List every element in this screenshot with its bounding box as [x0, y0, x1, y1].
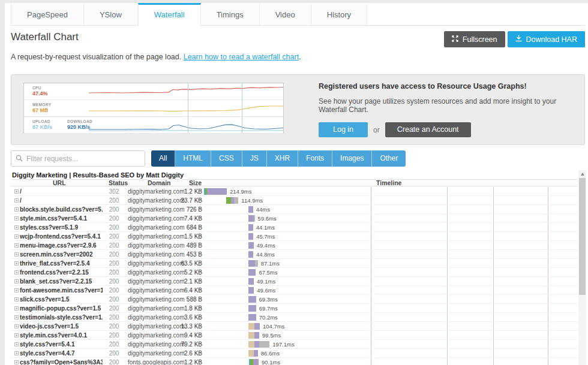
row-expander-icon[interactable]: +: [14, 351, 19, 355]
row-timeline-bar[interactable]: [248, 251, 253, 258]
table-row[interactable]: + font-awesome.min.css?ver=1.5 200 diggi…: [11, 286, 578, 295]
row-expander-icon[interactable]: +: [14, 207, 19, 212]
row-timeline-bar[interactable]: [249, 359, 259, 365]
filter-button-xhr[interactable]: XHR: [267, 150, 298, 167]
filter-button-other[interactable]: Other: [372, 150, 406, 167]
row-expander-icon[interactable]: +: [14, 198, 19, 203]
table-row[interactable]: + thrive_flat.css?ver=2.5.4 200 diggitym…: [11, 259, 578, 268]
table-row[interactable]: + video-js.css?ver=1.5 200 diggitymarket…: [11, 322, 578, 331]
table-row[interactable]: + styles.css?ver=5.1.9 200 diggitymarket…: [11, 223, 578, 232]
filter-button-js[interactable]: JS: [242, 150, 267, 167]
row-expander-icon[interactable]: +: [14, 288, 19, 292]
table-row[interactable]: + style.min.css?ver=5.4.1 200 diggitymar…: [11, 214, 578, 223]
row-timeline-bar[interactable]: [248, 341, 269, 348]
tab-yslow[interactable]: YSlow: [84, 3, 138, 25]
row-status: 200: [102, 340, 126, 349]
vertical-scrollbar[interactable]: [578, 170, 586, 365]
row-expander-icon[interactable]: +: [14, 225, 19, 230]
table-row[interactable]: + / 200 diggitymarketing.com 23.7 KB 114…: [11, 196, 578, 205]
or-label: or: [373, 126, 380, 134]
row-expander-icon[interactable]: +: [14, 324, 19, 328]
row-timeline-bar[interactable]: [248, 224, 253, 231]
row-status: 200: [102, 259, 126, 268]
row-timeline-bar[interactable]: [248, 215, 255, 222]
row-expander-icon[interactable]: +: [14, 189, 19, 194]
row-timeline-bar[interactable]: [204, 188, 227, 195]
tab-waterfall[interactable]: Waterfall: [138, 3, 201, 26]
filter-button-all[interactable]: All: [151, 150, 175, 167]
cpu-label: CPU: [32, 86, 48, 90]
table-row[interactable]: + magnific-popup.css?ver=1.5 200 diggity…: [11, 304, 578, 313]
memory-sparkline: [89, 100, 283, 117]
table-row[interactable]: + css?family=Open+Sans%3A300... 200 font…: [11, 358, 578, 365]
table-row[interactable]: + style.min.css?ver=4.0.1 200 diggitymar…: [11, 331, 578, 340]
row-expander-icon[interactable]: +: [14, 342, 19, 346]
row-expander-icon[interactable]: +: [14, 297, 19, 301]
row-timeline-bar[interactable]: [248, 278, 254, 285]
tab-pagespeed[interactable]: PageSpeed: [11, 3, 84, 25]
waterfall-help-link[interactable]: Learn how to read a waterfall chart: [184, 53, 299, 61]
scrollbar-thumb[interactable]: [579, 178, 586, 295]
row-time-label: 49.4ms: [257, 241, 275, 250]
table-row[interactable]: + / 302 diggitymarketing.com 1.2 KB 214.…: [11, 187, 578, 196]
filter-button-css[interactable]: CSS: [211, 150, 242, 167]
bar-segment-wait: [254, 332, 259, 339]
table-row[interactable]: + frontend.css?ver=2.2.15 200 diggitymar…: [11, 268, 578, 277]
row-expander-icon[interactable]: +: [14, 360, 19, 364]
row-timeline-bar[interactable]: [248, 323, 260, 330]
create-account-button[interactable]: Create an Account: [385, 122, 471, 137]
row-time-label: 59.6ms: [258, 214, 277, 223]
row-timeline-bar[interactable]: [248, 206, 253, 213]
row-time-label: 44ms: [256, 205, 270, 214]
tab-history[interactable]: History: [311, 3, 367, 25]
download-har-button[interactable]: Download HAR: [508, 31, 585, 47]
row-time-label: 69.7ms: [259, 304, 278, 313]
filter-button-fonts[interactable]: Fonts: [298, 150, 332, 167]
filter-button-images[interactable]: Images: [332, 150, 372, 167]
row-expander-icon[interactable]: +: [14, 234, 19, 239]
row-timeline-bar[interactable]: [248, 350, 257, 357]
table-row[interactable]: + wcjp-frontend.css?ver=5.4.1 200 diggit…: [11, 232, 578, 241]
table-row[interactable]: + menu-image.css?ver=2.9.6 200 diggityma…: [11, 241, 578, 250]
row-expander-icon[interactable]: +: [14, 306, 19, 310]
filter-requests-input[interactable]: [26, 155, 140, 163]
row-timeline-bar[interactable]: [248, 305, 256, 312]
table-row[interactable]: + style.css?ver=5.4.1 200 diggitymarketi…: [11, 340, 578, 349]
table-row[interactable]: + screen.min.css?ver=2002 200 diggitymar…: [11, 250, 578, 259]
row-expander-icon[interactable]: +: [14, 252, 19, 257]
row-expander-icon[interactable]: +: [14, 261, 19, 266]
row-timeline-bar[interactable]: [248, 332, 259, 339]
network-sparkline: [89, 117, 283, 134]
row-time-label: 70.2ms: [259, 313, 278, 322]
row-url: testimonials-style.css?ver=1.5: [20, 313, 103, 322]
row-timeline-bar[interactable]: [248, 242, 254, 249]
table-row[interactable]: + style.css?ver=4.4.7 200 diggitymarketi…: [11, 349, 578, 358]
login-button[interactable]: Log in: [319, 122, 368, 137]
scrollbar-up-arrow-icon[interactable]: [578, 170, 586, 178]
row-expander-icon[interactable]: +: [14, 279, 19, 283]
row-expander-icon[interactable]: +: [14, 333, 19, 337]
row-timeline-bar[interactable]: [248, 287, 254, 294]
table-row[interactable]: + blocks.style.build.css?ver=5.4.1 200 d…: [11, 205, 578, 214]
row-expander-icon[interactable]: +: [14, 243, 19, 248]
tab-video[interactable]: Video: [260, 3, 311, 25]
row-timeline-bar[interactable]: [226, 197, 238, 204]
table-row[interactable]: + slick.css?ver=1.5 200 diggitymarketing…: [11, 295, 578, 304]
filter-button-html[interactable]: HTML: [175, 150, 211, 167]
row-timeline-bar[interactable]: [248, 296, 256, 303]
row-timeline-bar[interactable]: [248, 269, 256, 276]
row-timeline-bar[interactable]: [248, 314, 256, 321]
tab-timings[interactable]: Timings: [201, 3, 260, 25]
row-expander-icon[interactable]: +: [14, 270, 19, 274]
row-expander-icon[interactable]: +: [14, 315, 19, 319]
row-time-label: 45.7ms: [256, 232, 275, 241]
row-url: css?family=Open+Sans%3A300...: [20, 358, 103, 365]
row-url: thrive_flat.css?ver=2.5.4: [20, 259, 103, 268]
fullscreen-button[interactable]: Fullscreen: [444, 31, 505, 47]
table-row[interactable]: + testimonials-style.css?ver=1.5 200 dig…: [11, 313, 578, 322]
row-expander-icon[interactable]: +: [14, 216, 19, 221]
row-timeline-bar[interactable]: [248, 260, 257, 267]
row-timeline-bar[interactable]: [248, 233, 253, 240]
bar-segment-recv: [255, 260, 257, 267]
table-row[interactable]: + blank_set.css?ver=2.2.15 200 diggityma…: [11, 277, 578, 286]
